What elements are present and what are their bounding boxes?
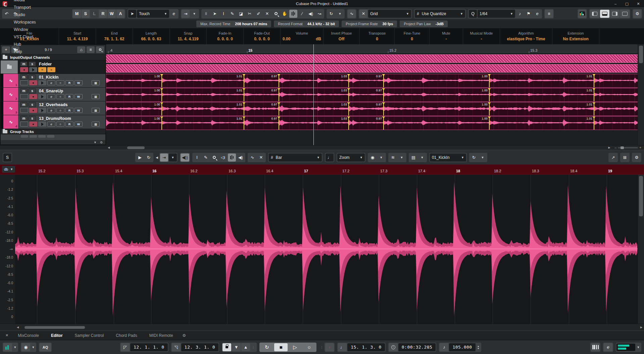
folder-record-button[interactable]: ● <box>20 67 28 72</box>
track-write-button[interactable]: W <box>75 80 83 85</box>
tempo-display[interactable]: 105.000 <box>449 343 475 351</box>
menu-window[interactable]: Window <box>11 26 39 33</box>
track-record-button[interactable]: ● <box>29 108 37 113</box>
track-enable-checkbox[interactable] <box>20 80 28 85</box>
track-monitor-button[interactable] <box>38 108 46 113</box>
search-track-icon[interactable] <box>96 46 104 53</box>
close-button[interactable]: ✕ <box>633 0 644 7</box>
editor-loop-track-icon[interactable]: ↻ <box>470 153 478 162</box>
punch-in-icon[interactable]: ▼ <box>232 343 241 351</box>
track-solo-button[interactable]: s <box>29 75 36 80</box>
toolbox-handle-icon[interactable]: ⣿ <box>202 10 210 18</box>
cycle-button[interactable]: ↻ <box>260 343 274 351</box>
warp-marker[interactable] <box>383 117 384 130</box>
track-solo-button[interactable]: s <box>29 102 36 107</box>
track-monitor-button[interactable] <box>38 94 46 99</box>
tab-midi-remote[interactable]: MIDI Remote <box>143 331 179 340</box>
track-read-button[interactable]: R <box>65 108 73 113</box>
record-button[interactable]: ○ <box>302 343 316 351</box>
global-a-button[interactable]: A <box>116 10 125 18</box>
automation-settings-icon[interactable]: e <box>170 10 178 18</box>
warp-marker[interactable] <box>348 74 349 87</box>
object-selection-tool[interactable]: ➤ <box>211 10 219 18</box>
editor-scroll-left-icon[interactable]: ◀ <box>15 326 20 329</box>
info-fade-in[interactable]: Fade-In0. 0. 0. 0 <box>207 28 244 44</box>
editor-snap-icon[interactable]: ✕ <box>257 153 265 162</box>
menu-studio[interactable]: Studio <box>11 11 39 18</box>
right-zone-toggle[interactable] <box>610 10 620 18</box>
editor-lanes-icon[interactable]: ≋ <box>389 153 397 162</box>
audio-event-01_kickin[interactable]: 1.001.010.971.030.971.001.01 <box>106 74 638 88</box>
left-locator-value[interactable]: 12. 1. 1. 0 <box>130 343 168 351</box>
project-ruler[interactable]: .41515.215.3 <box>106 44 638 54</box>
play-tool[interactable]: ◀) <box>307 10 315 18</box>
editor-grid-dropdown[interactable]: #Bar▼ <box>269 153 322 162</box>
scroll-left-icon[interactable]: ◀ <box>106 146 111 149</box>
track-mute-button[interactable]: m <box>20 116 28 121</box>
editor-loop-caret[interactable]: ▼ <box>479 153 487 162</box>
track-edit-channel-button[interactable]: e <box>47 94 55 99</box>
editor-view-caret[interactable]: ▼ <box>377 153 385 162</box>
audio-event-12_overheads[interactable]: 1.001.010.971.030.971.001.01 <box>106 102 638 116</box>
folder-track-row[interactable]: msFolder●=≈ <box>1 60 105 74</box>
comp-tool[interactable] <box>289 10 297 18</box>
warp-marker[interactable] <box>279 102 279 116</box>
track-read-button[interactable]: R <box>65 122 73 127</box>
snap-on-off-button[interactable]: ✕ <box>359 10 367 18</box>
glue-tool[interactable]: ✐ <box>254 10 262 18</box>
editor-snap-zero-icon[interactable]: ∿ <box>248 153 256 162</box>
range-selection-tool[interactable]: I <box>219 10 228 18</box>
tempo-note-icon[interactable]: ♪ <box>440 343 448 351</box>
track-row-13_drumsroom[interactable]: ∿4ms13_DrumsRoom●e○RW▦ <box>1 115 105 129</box>
warp-marker[interactable] <box>383 102 384 116</box>
time-display[interactable]: 0:00:32.285 <box>398 343 436 351</box>
warp-marker[interactable] <box>594 88 594 101</box>
tab-setup-gear-icon[interactable]: ⚙ <box>180 331 188 340</box>
menu-hub[interactable]: Hub <box>11 41 39 48</box>
folder-mute-button[interactable]: m <box>20 61 28 67</box>
audio-event-04_snareup[interactable]: 1.001.010.971.030.971.001.01 <box>106 88 638 102</box>
editor-comp-tool[interactable] <box>228 153 236 162</box>
editor-vertical-scrollbar[interactable] <box>638 175 644 324</box>
phase-coherent-button[interactable]: ≈ <box>47 67 55 72</box>
feedback-caret[interactable]: ▼ <box>336 10 344 18</box>
menu-media[interactable]: Media <box>11 0 39 4</box>
right-locator-icon[interactable]: ◹ <box>172 343 181 351</box>
info-snap[interactable]: Snap11. 4. 4.119 <box>170 28 207 44</box>
audio-event-13_drumsroom[interactable]: 1.001.010.971.030.971.001.01 <box>106 116 638 130</box>
track-row-12_overheads[interactable]: ∿3ms12_Overheads●e○RW▦ <box>1 101 105 115</box>
warp-marker[interactable] <box>279 117 279 130</box>
align-left-icon[interactable]: ≡ <box>545 10 553 18</box>
editor-autoscroll-button[interactable]: ⇥ <box>160 153 168 162</box>
menu-transport[interactable]: Transport <box>11 4 39 11</box>
warp-marker[interactable] <box>348 117 349 130</box>
warp-marker[interactable] <box>594 117 594 130</box>
solo-editor-button[interactable]: S <box>3 153 11 162</box>
menu-help[interactable]: Help <box>11 48 39 55</box>
track-record-button[interactable]: ● <box>29 94 37 99</box>
undo-button[interactable]: ↶ <box>3 10 11 18</box>
tab-chord-pads[interactable]: Chord Pads <box>110 331 143 340</box>
info-transpose[interactable]: Transpose0 <box>360 28 395 44</box>
editor-display-icon[interactable]: ▤ <box>409 153 417 162</box>
info-musical-mode[interactable]: Musical Mode- <box>463 28 500 44</box>
info-volume[interactable]: Volume0.00dB <box>281 28 324 44</box>
pre-record-icon[interactable]: ◗ <box>325 343 334 351</box>
quantize-preset-dropdown[interactable]: 1/64▼ <box>478 10 515 18</box>
tab-sampler-control[interactable]: Sampler Control <box>69 331 110 340</box>
warp-marker[interactable] <box>383 88 384 101</box>
right-locator-value[interactable]: 12. 3. 1. 0 <box>181 343 219 351</box>
track-solo-button[interactable]: s <box>29 116 36 121</box>
editor-ruler[interactable]: db▼ 15.215.315.41616.216.316.41717.217.3… <box>0 165 644 175</box>
info-fine-tune[interactable]: Fine-Tune0 <box>395 28 430 44</box>
toolbar-setup-gear-icon[interactable]: ⚙ <box>633 10 641 18</box>
track-row-04_snareup[interactable]: ∿2ms04_SnareUp●e○RW▦ <box>1 88 105 101</box>
tab-editor[interactable]: Editor <box>45 331 69 340</box>
track-edit-channel-button[interactable]: e <box>47 122 55 127</box>
vscroll-thumb[interactable] <box>639 46 643 63</box>
track-monitor-button[interactable] <box>38 122 46 127</box>
warp-marker[interactable] <box>489 102 490 116</box>
editor-scroll-right-icon[interactable]: ▶ <box>639 326 644 329</box>
track-freeze-button[interactable]: ○ <box>56 122 64 127</box>
draw-tool[interactable]: ✎ <box>228 10 236 18</box>
